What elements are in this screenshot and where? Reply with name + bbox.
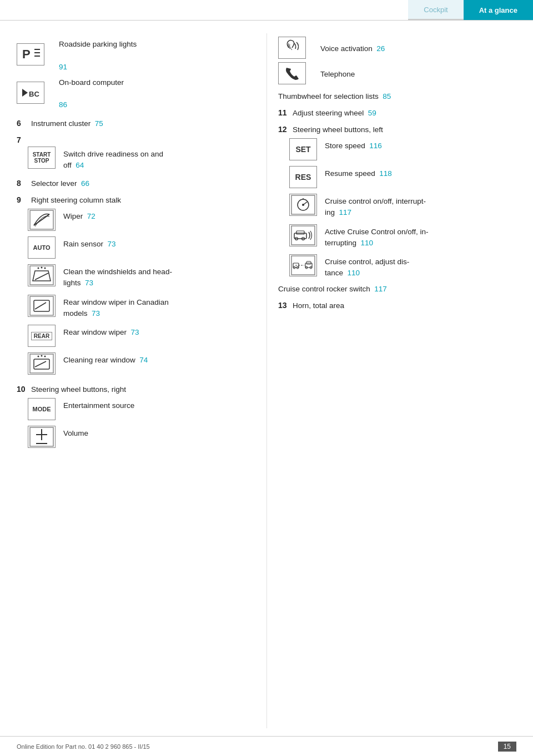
bc-item: BC On-board computer 86 (17, 75, 124, 111)
volume-icon (28, 426, 56, 448)
rear-wiper-icon: REAR (28, 325, 56, 347)
section-9-header: 9 Right steering column stalk (17, 195, 255, 204)
top-icons-telephone: Telephone (278, 62, 516, 84)
svg-point-13 (44, 268, 46, 269)
rear-wiper-ca-icon (28, 295, 56, 317)
cruise-onoff-icon (289, 194, 317, 216)
parking-lights-text: Roadside parking lights 91 (59, 37, 137, 73)
tab-at-a-glance[interactable]: At a glance (464, 0, 533, 20)
left-column: P Roadside parking lights 91 (17, 33, 266, 728)
svg-rect-10 (30, 266, 53, 285)
top-icons-left: P Roadside parking lights 91 (17, 37, 255, 73)
svg-point-11 (38, 268, 39, 269)
svg-rect-35 (291, 226, 315, 245)
section-9-subitems: Wiper 72 AUTO Rain sensor 73 (28, 209, 255, 375)
svg-rect-29 (280, 64, 304, 83)
mode-icon: MODE (28, 398, 56, 420)
bc-text: On-board computer 86 (59, 75, 124, 111)
svg-point-20 (38, 356, 39, 357)
footer: Online Edition for Part no. 01 40 2 960 … (0, 736, 533, 756)
section-11: 11 Adjust steering wheel 59 (278, 108, 516, 117)
clean-windshield-item: Clean the windshields and head- lights 7… (28, 264, 255, 289)
parking-lights-icon: P (17, 43, 44, 65)
voice-icon (278, 37, 306, 59)
res-item: RES Resume speed 118 (289, 166, 516, 188)
startstop-icon: START STOP (28, 147, 56, 169)
section-6: 6 Instrument cluster 75 (17, 119, 255, 128)
top-icons-right: Voice activation 26 (278, 37, 516, 59)
res-icon: RES (289, 166, 317, 188)
active-cruise-icon (289, 224, 317, 246)
top-icons-bc: BC On-board computer 86 (17, 75, 255, 111)
section-12-header: 12 Steering wheel buttons, left (278, 125, 516, 134)
volume-item: Volume (28, 426, 255, 448)
bc-icon: BC (17, 82, 44, 104)
voice-item: Voice activation 26 (278, 37, 385, 59)
cruise-onoff-item: Cruise control on/off, interrupt- ing 11… (289, 194, 516, 219)
header-divider (0, 20, 533, 21)
mode-item: MODE Entertainment source (28, 398, 255, 420)
rear-wiper-item: REAR Rear window wiper 73 (28, 325, 255, 347)
section-13: 13 Horn, total area (278, 301, 516, 310)
active-cruise-item: Active Cruise Control on/off, in- terrup… (289, 224, 516, 249)
parking-lights-item: P Roadside parking lights 91 (17, 37, 137, 73)
clean-rear-item: Cleaning rear window 74 (28, 352, 255, 375)
telephone-icon (278, 62, 306, 84)
telephone-item: Telephone (278, 62, 355, 84)
page-number: 15 (498, 742, 516, 752)
section-7-header: 7 (17, 135, 255, 144)
clean-rear-icon (28, 352, 56, 375)
cruise-dist-item: Cruise control, adjust dis- tance 110 (289, 254, 516, 279)
set-item: SET Store speed 116 (289, 138, 516, 160)
cruise-rocker-item: Cruise control rocker switch 117 (278, 285, 516, 293)
svg-point-21 (41, 355, 43, 357)
wiper-icon (28, 209, 56, 231)
thumbwheel-item: Thumbwheel for selection lists 85 (278, 92, 516, 100)
right-column: Voice activation 26 Telephone (266, 33, 516, 728)
rain-sensor-icon: AUTO (28, 236, 56, 259)
svg-point-22 (44, 356, 46, 357)
section-7-item: START STOP Switch drive readiness on and… (28, 147, 255, 172)
rear-wiper-ca-item: Rear window wiper in Canadian models 73 (28, 295, 255, 320)
set-icon: SET (289, 138, 317, 160)
tab-cockpit[interactable]: Cockpit (408, 0, 463, 20)
svg-text:BC: BC (29, 90, 39, 98)
svg-point-12 (41, 267, 43, 269)
section-12-subitems: SET Store speed 116 RES Resume speed 118 (289, 138, 516, 279)
section-10-header: 10 Steering wheel buttons, right (17, 385, 255, 394)
svg-text:P: P (22, 47, 31, 61)
section-8: 8 Selector lever 66 (17, 179, 255, 188)
cruise-dist-icon (289, 254, 317, 276)
section-10-subitems: MODE Entertainment source (28, 398, 255, 448)
clean-windshield-icon (28, 264, 56, 286)
rain-sensor-item: AUTO Rain sensor 73 (28, 236, 255, 259)
wiper-item: Wiper 72 (28, 209, 255, 231)
svg-rect-40 (291, 256, 315, 275)
